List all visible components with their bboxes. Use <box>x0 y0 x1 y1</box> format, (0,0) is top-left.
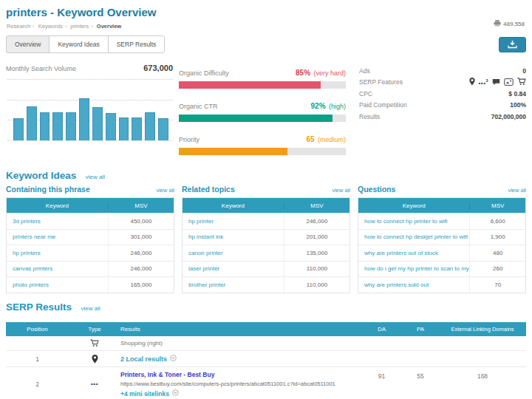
stat-serp-features: SERP Features •••3 <box>359 77 526 89</box>
breadcrumb-keywords[interactable]: Keywords <box>38 23 63 30</box>
keyword-link[interactable]: hp printers <box>7 245 109 261</box>
more-results-icon: •••3 <box>479 78 488 86</box>
serp-results-view-all-link[interactable]: view all <box>81 305 100 312</box>
msv-bar <box>13 118 24 140</box>
msv-value: 110,000 <box>284 282 349 288</box>
keyword-link[interactable]: canon printer <box>183 245 284 261</box>
da-cell <box>361 336 402 350</box>
eld-value: 168 <box>439 367 526 380</box>
tab-serp-results[interactable]: SERP Results <box>108 35 166 53</box>
printer-icon <box>494 20 501 28</box>
download-icon <box>508 38 517 52</box>
keyword-link[interactable]: how to connect hp deskjet printer to wif… <box>358 230 470 245</box>
ads-value: 0 <box>522 67 526 75</box>
position-cell: 2 <box>6 367 69 399</box>
msv-bar <box>52 112 63 140</box>
mini-sitelinks-link[interactable]: +4 mini sitelinks <box>120 389 361 398</box>
msv-bar <box>106 113 116 140</box>
containing-phrase-panel: Containing this phrase view all Keyword … <box>6 185 174 293</box>
keyword-link[interactable]: canvas printers <box>7 262 109 277</box>
results-value: 702,000,000 <box>491 113 526 120</box>
table-header: Keyword MSV <box>358 198 525 213</box>
keyword-link[interactable]: hp printer <box>183 214 284 229</box>
expand-chevron-icon[interactable] <box>172 389 179 398</box>
keyword-link[interactable]: laser printer <box>183 262 284 277</box>
location-pin-icon <box>469 75 475 89</box>
keyword-link[interactable]: how to connect hp printer to wifi <box>358 214 470 229</box>
da-cell <box>361 351 402 366</box>
questions-panel: Questions view all Keyword MSV how to co… <box>358 185 526 293</box>
tab-keyword-ideas[interactable]: Keyword Ideas <box>49 35 108 53</box>
position-cell <box>6 336 69 350</box>
breadcrumb: Research› Keywords› printers› Overview <box>7 23 121 30</box>
breadcrumb-separator: › <box>33 23 35 30</box>
breadcrumb-overview: Overview <box>97 23 121 30</box>
msv-column-header: MSV <box>284 202 349 209</box>
expand-chevron-icon[interactable] <box>170 355 177 363</box>
msv-bar <box>66 112 76 140</box>
msv-value: 246,000 <box>109 265 174 272</box>
msv-bar <box>119 117 129 140</box>
keyword-row: why are printers sold out70 <box>358 276 525 293</box>
download-button[interactable] <box>499 37 526 52</box>
table-header: Keyword MSV <box>7 198 174 213</box>
ctr-value: 92% <box>311 102 326 110</box>
keyword-ideas-view-all-link[interactable]: view all <box>86 174 105 180</box>
keyword-link[interactable]: printers near me <box>7 230 109 245</box>
keyword-row: 3d printers450,000 <box>7 213 174 229</box>
image-pack-icon <box>504 75 514 89</box>
related-topics-view-all-link[interactable]: view all <box>332 187 350 194</box>
related-topics-panel: Related topics view all Keyword MSV hp p… <box>182 185 350 293</box>
pa-column-header: PA <box>402 326 439 332</box>
quota-counter[interactable]: 489,558 <box>494 20 525 28</box>
containing-phrase-table: Keyword MSV 3d printers450,000printers n… <box>6 197 174 293</box>
keyword-row: hp printer246,000 <box>183 213 349 229</box>
keyword-link[interactable]: 3d printers <box>7 214 109 229</box>
breadcrumb-research[interactable]: Research <box>7 23 30 30</box>
msv-bar-chart-bars <box>13 98 168 140</box>
msv-value: 301,000 <box>109 233 174 240</box>
msv-bar <box>40 112 50 140</box>
msv-value: 135,000 <box>284 250 349 256</box>
keyword-link[interactable]: photo printers <box>7 277 109 293</box>
breadcrumb-printers[interactable]: printers <box>70 23 89 30</box>
pa-value: 55 <box>402 367 439 380</box>
keyword-row: laser printer110,000 <box>183 261 349 277</box>
keyword-row: how to connect hp deskjet printer to wif… <box>358 229 525 245</box>
containing-phrase-view-all-link[interactable]: view all <box>156 187 174 194</box>
metrics-section: Monthly Search Volume 673,000 Organic Di… <box>0 64 532 146</box>
search-volume-panel: Monthly Search Volume 673,000 <box>6 64 173 72</box>
local-results-link[interactable]: 2 Local results <box>120 355 177 363</box>
eld-column-header: External Linking Domains <box>439 326 526 332</box>
questions-view-all-link[interactable]: view all <box>508 187 526 194</box>
priority-value: 65 <box>306 135 314 143</box>
keyword-column-header: Keyword <box>358 202 470 209</box>
page-title: printers - Keyword Overview <box>6 6 156 18</box>
keyword-link[interactable]: how do i get my hp printer to scan to my… <box>358 262 470 277</box>
keyword-link[interactable]: brother printer <box>183 277 284 293</box>
difficulty-bar-track <box>179 81 346 89</box>
difficulty-value: 85% <box>296 69 310 77</box>
msv-value: 480 <box>470 250 525 256</box>
containing-phrase-title: Containing this phrase <box>6 185 90 194</box>
shopping-cart-icon <box>517 75 526 89</box>
ctr-bar-fill <box>179 115 332 122</box>
stats-panel: Ads 0 SERP Features •••3 CPC $ 0.84 Paid… <box>359 65 526 123</box>
pa-cell <box>402 336 439 350</box>
keyword-link[interactable]: hp instant ink <box>183 230 284 245</box>
msv-value: 246,000 <box>109 250 174 256</box>
local-results-label: 2 Local results <box>120 355 167 363</box>
keyword-link[interactable]: why are printers out of stock <box>358 245 470 261</box>
result-title-link[interactable]: Printers, Ink & Toner - Best Buy <box>120 371 361 378</box>
msv-bar <box>92 107 103 140</box>
breadcrumb-separator: › <box>65 23 67 30</box>
msv-value: 165,000 <box>109 282 174 288</box>
tab-overview[interactable]: Overview <box>6 35 50 53</box>
msv-value: 450,000 <box>109 218 174 225</box>
msv-value: 201,000 <box>284 233 349 240</box>
keyword-row: how to connect hp printer to wifi6,600 <box>358 213 525 229</box>
eld-cell <box>439 351 526 366</box>
keyword-link[interactable]: why are printers sold out <box>358 277 470 293</box>
msv-bar <box>132 117 142 140</box>
stat-cpc: CPC $ 0.84 <box>359 88 526 100</box>
